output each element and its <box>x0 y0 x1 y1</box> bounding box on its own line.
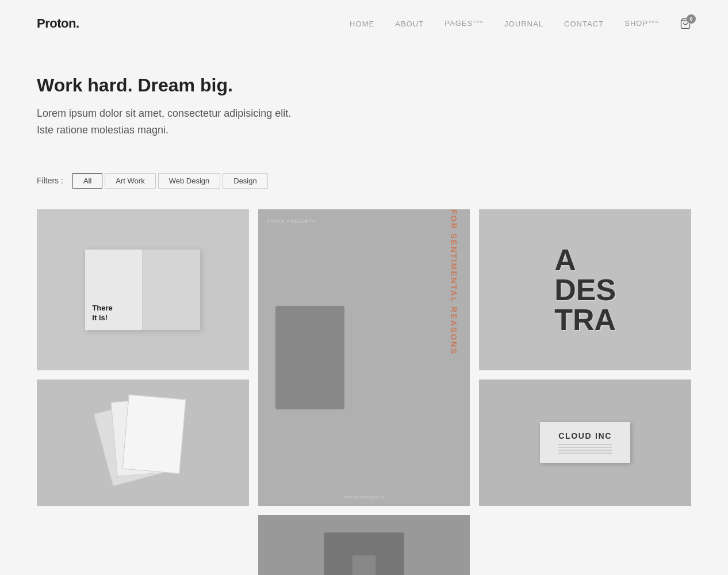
cloud-line-1 <box>558 444 612 445</box>
book-text: There it is! <box>92 304 135 323</box>
magazine-3 <box>122 394 186 473</box>
nav-journal[interactable]: JOURNAL <box>504 20 543 28</box>
portfolio-item-cloudinc[interactable]: CLOUD INC <box>479 379 691 506</box>
portfolio-item-cricket[interactable] <box>258 515 470 575</box>
filter-design[interactable]: Design <box>223 173 267 189</box>
pages-badge: new <box>473 19 484 24</box>
filter-webdesign[interactable]: Web Design <box>158 173 221 189</box>
nav-contact[interactable]: CONTACT <box>564 20 604 28</box>
filter-artwork[interactable]: Art Work <box>105 173 155 189</box>
site-header: Proton. HOME ABOUT PAGESnew JOURNAL CONT… <box>0 0 728 47</box>
nav-about[interactable]: ABOUT <box>395 20 424 28</box>
hero-subtitle: Lorem ipsum dolor sit amet, consectetur … <box>37 105 691 139</box>
portfolio-item-sentimental[interactable]: FORCE PRESENTS FOR SENTIMENTAL REASONS w… <box>258 209 470 506</box>
cricket-image <box>324 532 404 575</box>
filters-label: Filters : <box>37 176 63 185</box>
site-logo[interactable]: Proton. <box>37 16 79 31</box>
portfolio-item-destra[interactable]: A DES TRA <box>479 209 691 370</box>
sentimental-bottom-label: www.forcedesign.co.nz <box>258 495 470 499</box>
book-right-page <box>143 250 200 330</box>
portfolio-item-magazines[interactable] <box>37 379 249 506</box>
shop-badge: new <box>649 19 659 24</box>
cloud-inc-text: CLOUD INC <box>558 431 612 440</box>
cloud-card: CLOUD INC <box>540 422 630 463</box>
hero-title: Work hard. Dream big. <box>37 75 691 96</box>
sentimental-top-label: FORCE PRESENTS <box>267 218 316 224</box>
portfolio-item-book[interactable]: There it is! <box>37 209 249 370</box>
nav-home[interactable]: HOME <box>350 20 374 28</box>
person-silhouette <box>275 306 344 409</box>
emboss-text: A DES TRA <box>554 245 616 335</box>
magazine-stack <box>97 394 189 492</box>
main-nav: HOME ABOUT PAGESnew JOURNAL CONTACT SHOP… <box>350 18 691 29</box>
cart-button[interactable]: 0 <box>680 18 691 29</box>
cloud-line-3 <box>558 450 612 451</box>
nav-pages[interactable]: PAGESnew <box>445 19 484 28</box>
filter-bar: Filters : All Art Work Web Design Design <box>0 157 728 205</box>
cloud-line-4 <box>558 453 612 454</box>
sentimental-text: FOR SENTIMENTAL REASONS <box>449 209 458 506</box>
hero-section: Work hard. Dream big. Lorem ipsum dolor … <box>0 47 728 157</box>
nav-shop[interactable]: SHOPnew <box>624 19 659 28</box>
cart-count: 0 <box>687 14 696 24</box>
filter-all[interactable]: All <box>72 173 102 189</box>
cloud-lines <box>558 444 612 454</box>
portfolio-grid: There it is! FORCE PRESENTS FOR SENTIMEN… <box>0 205 728 575</box>
cloud-line-2 <box>558 447 612 448</box>
